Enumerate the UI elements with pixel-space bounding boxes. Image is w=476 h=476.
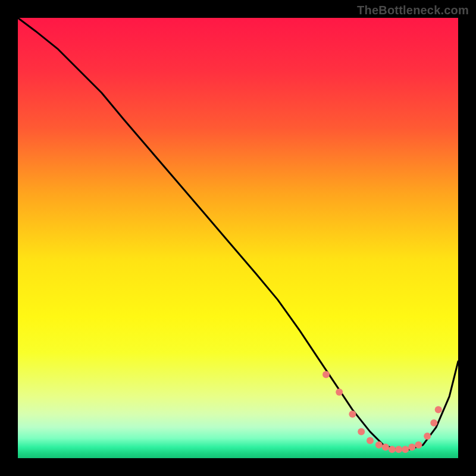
curve-marker bbox=[430, 419, 437, 427]
curve-marker bbox=[389, 446, 396, 453]
curve-marker bbox=[349, 411, 356, 418]
curve-marker bbox=[382, 444, 389, 451]
attribution-text: TheBottleneck.com bbox=[357, 4, 469, 17]
plot-area bbox=[18, 18, 458, 458]
curve-marker bbox=[402, 446, 409, 453]
curve-marker bbox=[358, 428, 365, 436]
curve-marker bbox=[424, 433, 431, 440]
curve-marker bbox=[322, 371, 330, 378]
curve-marker bbox=[395, 446, 402, 453]
curve-marker bbox=[367, 437, 374, 444]
curve-marker bbox=[415, 441, 422, 449]
curve-marker bbox=[435, 406, 442, 414]
curve-marker bbox=[375, 441, 383, 449]
chart-svg bbox=[18, 18, 458, 458]
curve-marker bbox=[336, 389, 343, 396]
chart-frame: TheBottleneck.com bbox=[0, 0, 476, 476]
curve-marker bbox=[408, 444, 415, 451]
gradient-background bbox=[18, 18, 458, 458]
